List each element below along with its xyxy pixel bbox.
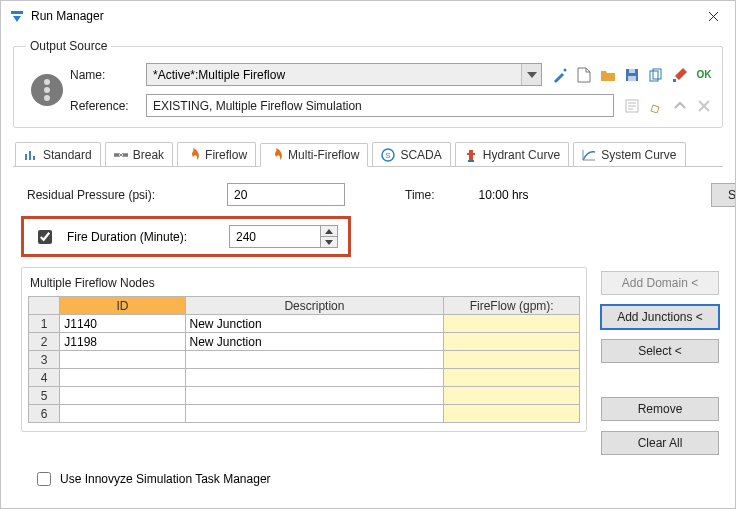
- toolbar-icons-top: OK: [552, 67, 712, 83]
- svg-rect-12: [114, 153, 119, 157]
- tab-system-curve[interactable]: System Curve: [573, 142, 685, 166]
- ok-button[interactable]: OK: [696, 67, 712, 83]
- note-icon[interactable]: [624, 98, 640, 114]
- svg-rect-4: [629, 69, 635, 73]
- save-icon[interactable]: [624, 67, 640, 83]
- svg-point-1: [564, 68, 567, 71]
- flame-icon: [186, 148, 200, 162]
- table-row: 2 J1198 New Junction: [29, 333, 580, 351]
- spinner-up[interactable]: [321, 226, 337, 237]
- fire-duration-row: Fire Duration (Minute):: [21, 216, 351, 257]
- chart-icon: [24, 148, 38, 162]
- tab-standard[interactable]: Standard: [15, 142, 101, 166]
- reference-label: Reference:: [70, 99, 146, 113]
- col-corner[interactable]: [29, 297, 60, 315]
- svg-rect-13: [122, 153, 127, 157]
- svg-rect-7: [673, 79, 676, 82]
- fire-duration-label: Fire Duration (Minute):: [67, 230, 217, 244]
- scada-icon: S: [381, 148, 395, 162]
- select-time-button[interactable]: Select Time ...: [711, 183, 736, 207]
- svg-rect-0: [11, 11, 23, 14]
- residual-label: Residual Pressure (psi):: [27, 188, 217, 202]
- spinner-down[interactable]: [321, 237, 337, 247]
- table-row: 5: [29, 387, 580, 405]
- tab-fireflow[interactable]: Fireflow: [177, 142, 256, 166]
- col-ff[interactable]: FireFlow (gpm):: [444, 297, 580, 315]
- tools-icon[interactable]: [672, 67, 688, 83]
- residual-row: Residual Pressure (psi): Time: 10:00 hrs: [13, 177, 711, 212]
- table-row: 3: [29, 351, 580, 369]
- output-source-legend: Output Source: [26, 39, 111, 53]
- svg-rect-11: [33, 156, 35, 160]
- tab-multi-fireflow[interactable]: Multi-Fireflow: [260, 143, 368, 167]
- app-icon: [9, 8, 25, 24]
- copy-icon[interactable]: [648, 67, 664, 83]
- residual-input[interactable]: [227, 183, 345, 206]
- fire-duration-spinner[interactable]: [320, 225, 338, 248]
- add-domain-button: Add Domain <: [601, 271, 719, 295]
- name-combo[interactable]: *Active*:Multiple Fireflow: [146, 63, 542, 86]
- nodes-table[interactable]: ID Description FireFlow (gpm): 1 J1140 N…: [28, 296, 580, 423]
- nodes-table-caption: Multiple Fireflow Nodes: [30, 276, 578, 290]
- curve-icon: [582, 148, 596, 162]
- window-title: Run Manager: [31, 9, 693, 23]
- titlebar: Run Manager: [1, 1, 735, 31]
- table-row: 1 J1140 New Junction: [29, 315, 580, 333]
- new-icon[interactable]: [576, 67, 592, 83]
- name-combo-value: *Active*:Multiple Fireflow: [147, 68, 521, 82]
- fire-duration-checkbox[interactable]: [38, 230, 52, 244]
- reference-input[interactable]: [146, 94, 614, 117]
- tab-break[interactable]: Break: [105, 142, 173, 166]
- close-button[interactable]: [693, 2, 733, 30]
- svg-rect-3: [628, 76, 636, 81]
- name-combo-caret[interactable]: [521, 64, 541, 85]
- footer-checkbox-row: Use Innovyze Simulation Task Manager: [33, 469, 723, 489]
- wand-icon[interactable]: [552, 67, 568, 83]
- traffic-light-icon: [31, 74, 63, 106]
- time-label: Time:: [405, 188, 435, 202]
- break-icon: [114, 148, 128, 162]
- svg-rect-18: [468, 160, 474, 162]
- fire-duration-input[interactable]: [229, 225, 321, 248]
- use-task-manager-label: Use Innovyze Simulation Task Manager: [60, 472, 271, 486]
- remove-button[interactable]: Remove: [601, 397, 719, 421]
- add-junctions-button[interactable]: Add Junctions <: [601, 305, 719, 329]
- svg-rect-9: [25, 154, 27, 160]
- name-label: Name:: [70, 68, 146, 82]
- col-desc[interactable]: Description: [185, 297, 444, 315]
- table-row: 4: [29, 369, 580, 387]
- edit-icon[interactable]: [648, 98, 664, 114]
- table-row: 6: [29, 405, 580, 423]
- col-id[interactable]: ID: [60, 297, 185, 315]
- flame-icon: [269, 148, 283, 162]
- clear-all-button[interactable]: Clear All: [601, 431, 719, 455]
- toolbar-icons-bottom: [624, 98, 712, 114]
- select-button[interactable]: Select <: [601, 339, 719, 363]
- svg-rect-10: [29, 151, 31, 160]
- tab-hydrant-curve[interactable]: Hydrant Curve: [455, 142, 569, 166]
- use-task-manager-checkbox[interactable]: [37, 472, 51, 486]
- open-icon[interactable]: [600, 67, 616, 83]
- up-icon[interactable]: [672, 98, 688, 114]
- svg-text:S: S: [386, 151, 391, 160]
- nodes-table-frame: Multiple Fireflow Nodes ID Description F…: [21, 267, 587, 432]
- time-value: 10:00 hrs: [479, 188, 553, 202]
- tab-strip: Standard Break Fireflow Multi-Fireflow S…: [13, 142, 723, 167]
- tab-scada[interactable]: S SCADA: [372, 142, 450, 166]
- output-source-group: Output Source Name: *Active*:Multiple Fi…: [13, 39, 723, 128]
- delete-icon[interactable]: [696, 98, 712, 114]
- table-buttons: Add Domain < Add Junctions < Select < Re…: [601, 267, 719, 455]
- hydrant-icon: [464, 148, 478, 162]
- svg-rect-17: [467, 153, 475, 155]
